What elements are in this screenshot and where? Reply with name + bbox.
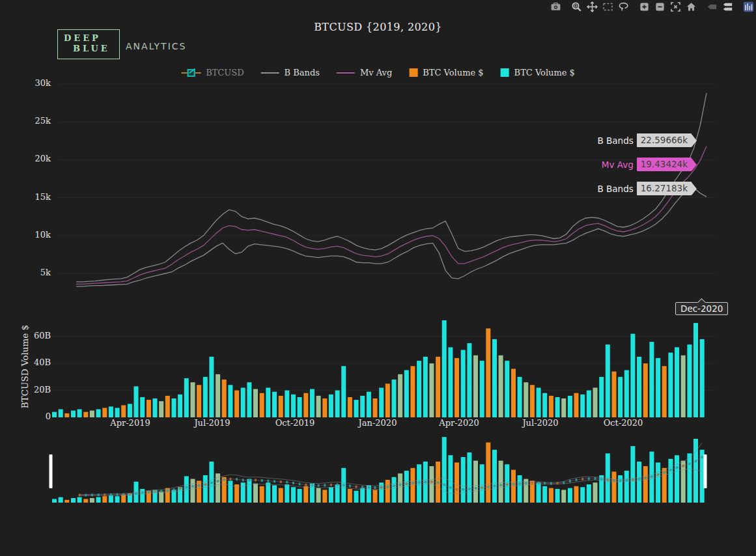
legend-item-mv-avg[interactable]: Mv Avg (337, 68, 392, 77)
reset-axes-home-icon[interactable] (686, 1, 697, 12)
range-candle-mark (267, 480, 269, 482)
range-candle-mark (129, 493, 131, 495)
volume-bar (649, 342, 654, 417)
zoom-in-icon[interactable] (639, 1, 650, 12)
range-candle-mark (280, 480, 282, 483)
hover-tag-arrow-icon (692, 158, 697, 171)
range-selector-bar (542, 486, 547, 503)
volume-bar (153, 398, 158, 417)
volume-bar (537, 388, 541, 418)
hover-tag-row-mv-avg: Mv Avg19.43424k (602, 158, 697, 171)
range-candle-mark (519, 482, 521, 485)
price-y-tick-label: 15k (13, 192, 51, 202)
autoscale-icon[interactable] (670, 1, 681, 12)
range-candle-mark (356, 486, 357, 488)
plotly-logo-icon[interactable] (743, 1, 754, 12)
volume-bar (429, 363, 434, 417)
square-glyph-icon (501, 68, 509, 77)
candlestick-glyph-icon (181, 68, 201, 77)
range-selector-bar (473, 461, 478, 503)
range-candle-mark (399, 484, 401, 486)
volume-axis-title: BTCUSD Volume $ (20, 324, 30, 409)
lasso-select-icon[interactable] (618, 1, 629, 12)
volume-bar (637, 357, 641, 417)
volume-bar (700, 339, 705, 417)
volume-bar (448, 347, 453, 417)
box-select-icon[interactable] (602, 1, 613, 12)
range-candle-mark (217, 480, 219, 482)
volume-bar (561, 398, 566, 417)
volume-bar (662, 366, 667, 417)
range-selector-bar (555, 489, 560, 503)
range-selector-bar (241, 482, 245, 503)
volume-bar (253, 389, 258, 418)
range-selector-bar (568, 488, 572, 503)
range-selector-bar (549, 488, 553, 503)
volume-bar (624, 370, 629, 418)
range-selector-bar (279, 488, 283, 503)
range-candle-mark (79, 494, 81, 497)
chart-canvas (0, 0, 756, 556)
volume-bar (643, 363, 648, 417)
legend-label: BTC Volume $ (423, 68, 483, 77)
range-selector-bar (398, 473, 402, 503)
volume-bar (606, 344, 610, 417)
volume-bar (209, 357, 214, 417)
volume-bar (618, 377, 623, 417)
range-candle-mark (393, 484, 395, 487)
range-candle-mark (192, 485, 194, 488)
legend-item-b-bands[interactable]: B Bands (261, 68, 320, 77)
legend-item-btcusd[interactable]: BTCUSD (181, 68, 244, 77)
range-candle-mark (588, 477, 590, 480)
price-y-tick-label: 20k (13, 154, 51, 163)
volume-y-tick-label: 40B (13, 357, 51, 367)
range-candle-mark (600, 478, 602, 480)
hover-series-name: Mv Avg (602, 160, 634, 170)
volume-bar (580, 395, 585, 417)
range-selector-bar (285, 484, 289, 503)
range-candle-mark (487, 486, 489, 488)
volume-bar (216, 374, 220, 417)
legend-item-btc-volume-[interactable]: BTC Volume $ (501, 68, 575, 77)
volume-bar (675, 347, 679, 417)
box-zoom-icon[interactable] (571, 1, 582, 12)
range-selector-bar (102, 496, 107, 503)
range-candle-mark (688, 463, 690, 466)
compare-hover-icon[interactable] (722, 1, 733, 12)
range-candle-mark (406, 482, 408, 485)
range-handle-right[interactable] (704, 454, 707, 488)
volume-y-tick-label: 20B (13, 385, 51, 395)
range-candle-mark (210, 482, 212, 484)
zoom-out-icon[interactable] (654, 1, 665, 12)
range-candle-mark (500, 484, 502, 486)
volume-bar (398, 374, 402, 417)
volume-bar (241, 388, 245, 418)
range-selector-bar (480, 464, 484, 503)
volume-bar (291, 395, 296, 417)
b-bands-lower-line (76, 188, 707, 286)
range-candle-mark (299, 483, 301, 486)
hover-value-tag: 19.43424k (637, 158, 692, 171)
volume-bar (392, 380, 397, 417)
volume-bar (367, 392, 371, 417)
volume-bar (335, 391, 340, 417)
range-handle-left[interactable] (49, 454, 53, 488)
range-candle-mark (255, 479, 257, 481)
volume-bar (404, 370, 409, 418)
range-candle-mark (481, 486, 483, 489)
hover-closest-icon[interactable] (707, 1, 718, 12)
camera-download-icon[interactable] (550, 1, 561, 12)
volume-bar (140, 397, 145, 417)
legend-item-btc-volume-[interactable]: BTC Volume $ (409, 68, 483, 77)
range-candle-mark (173, 488, 175, 491)
pan-icon[interactable] (587, 1, 598, 12)
range-candle-mark (117, 493, 119, 496)
volume-bar (599, 377, 604, 417)
range-candle-mark (430, 480, 432, 483)
volume-bar (410, 366, 415, 417)
volume-bar (159, 401, 163, 417)
range-candle-mark (557, 482, 559, 484)
volume-bar (165, 396, 170, 417)
range-selector-bar (467, 452, 471, 503)
range-candle-mark (506, 483, 508, 486)
